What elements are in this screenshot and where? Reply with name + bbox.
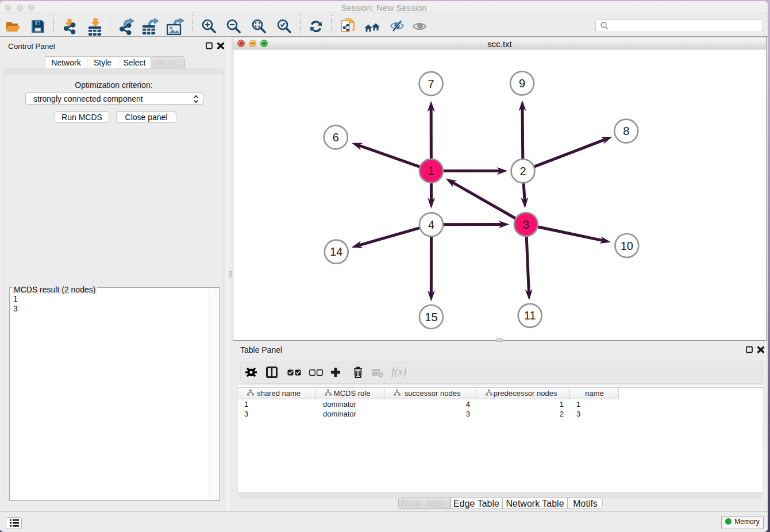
svg-text:7: 7	[428, 78, 434, 90]
svg-text:15: 15	[425, 311, 437, 323]
svg-text:2: 2	[519, 165, 526, 178]
svg-text:1: 1	[428, 164, 434, 177]
svg-text:11: 11	[524, 309, 536, 322]
svg-text:8: 8	[623, 125, 629, 137]
svg-text:3: 3	[523, 218, 529, 231]
svg-text:14: 14	[330, 245, 342, 258]
svg-text:10: 10	[621, 240, 633, 252]
svg-text:4: 4	[428, 218, 434, 231]
svg-text:9: 9	[519, 77, 525, 90]
svg-text:6: 6	[333, 131, 339, 144]
